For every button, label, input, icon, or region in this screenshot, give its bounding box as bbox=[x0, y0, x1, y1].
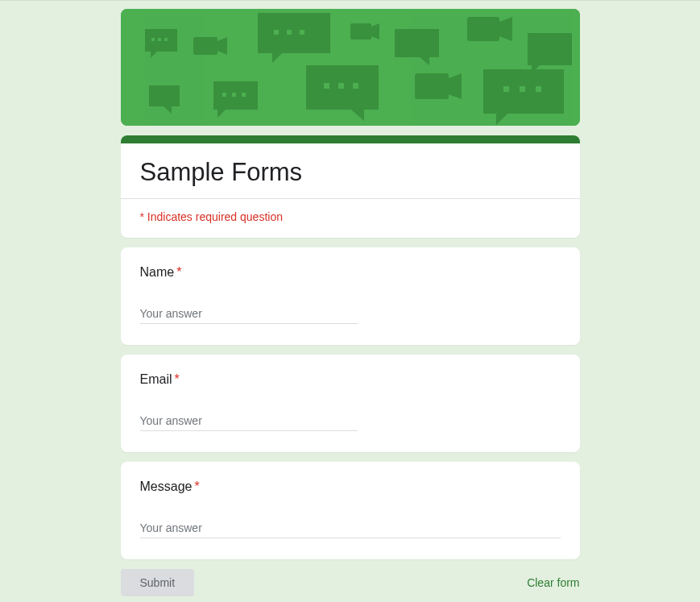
svg-rect-15 bbox=[353, 83, 358, 89]
svg-rect-2 bbox=[158, 38, 161, 41]
header-banner bbox=[121, 9, 580, 126]
question-label-name: Name * bbox=[140, 265, 561, 280]
svg-rect-13 bbox=[324, 83, 329, 89]
svg-rect-7 bbox=[350, 23, 371, 39]
svg-rect-3 bbox=[164, 38, 168, 41]
required-notice: * Indicates required question bbox=[121, 199, 580, 238]
svg-rect-1 bbox=[151, 38, 155, 41]
svg-rect-16 bbox=[415, 73, 449, 99]
required-star: * bbox=[176, 265, 181, 280]
actions-row: Submit Clear form bbox=[121, 569, 580, 596]
svg-rect-4 bbox=[274, 30, 279, 35]
email-input[interactable] bbox=[140, 411, 358, 431]
question-label-message: Message * bbox=[140, 480, 561, 494]
svg-rect-17 bbox=[503, 86, 509, 92]
banner-illustration bbox=[121, 9, 580, 126]
label-text-email: Email bbox=[140, 372, 172, 387]
svg-rect-14 bbox=[338, 83, 344, 89]
svg-rect-11 bbox=[232, 93, 236, 97]
title-card: Sample Forms * Indicates required questi… bbox=[121, 135, 580, 238]
question-label-email: Email * bbox=[140, 372, 561, 387]
svg-rect-10 bbox=[222, 93, 226, 97]
form-title: Sample Forms bbox=[140, 158, 561, 187]
required-star: * bbox=[194, 480, 199, 494]
svg-rect-5 bbox=[287, 30, 292, 35]
svg-rect-9 bbox=[467, 17, 499, 41]
submit-button[interactable]: Submit bbox=[121, 569, 195, 596]
name-input[interactable] bbox=[140, 304, 358, 324]
message-input[interactable] bbox=[140, 518, 561, 538]
svg-rect-19 bbox=[536, 86, 541, 92]
label-text-name: Name bbox=[140, 265, 175, 280]
question-card-email: Email * bbox=[121, 355, 580, 452]
clear-form-button[interactable]: Clear form bbox=[527, 576, 579, 589]
form-container: Sample Forms * Indicates required questi… bbox=[121, 9, 580, 602]
svg-rect-18 bbox=[520, 86, 525, 92]
svg-rect-6 bbox=[300, 30, 304, 35]
svg-rect-8 bbox=[193, 37, 217, 55]
svg-rect-12 bbox=[242, 93, 246, 97]
question-card-message: Message * bbox=[121, 462, 580, 559]
question-card-name: Name * bbox=[121, 247, 580, 345]
label-text-message: Message bbox=[140, 480, 193, 494]
required-star: * bbox=[175, 372, 180, 387]
